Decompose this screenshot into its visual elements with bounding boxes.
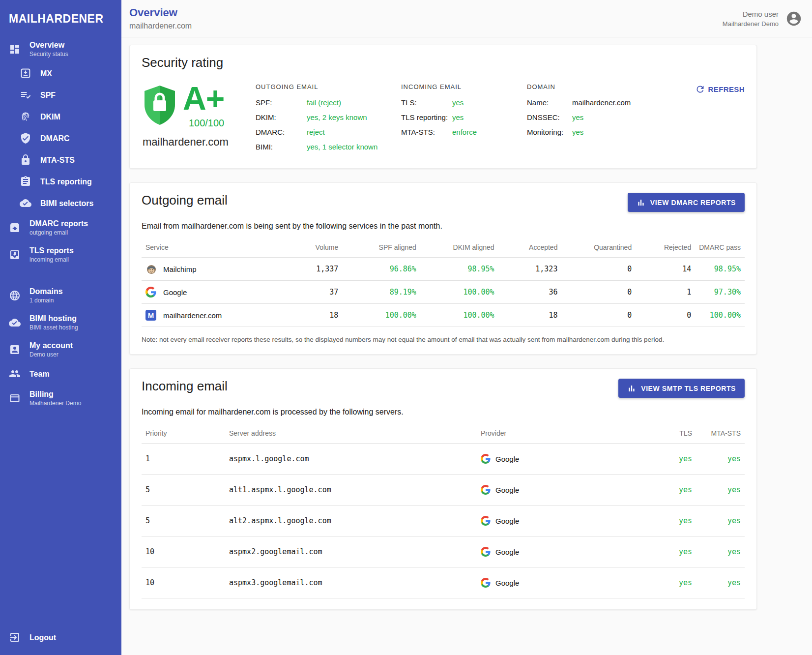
table-row[interactable]: 10 aspmx3.googlemail.com Google yes yes — [142, 567, 745, 598]
table-row[interactable]: 5 alt2.aspmx.l.google.com Google yes yes — [142, 506, 745, 536]
sidebar-item-bimi-hosting[interactable]: BIMI hostingBIMI asset hosting — [0, 309, 121, 336]
page-title: Overview — [129, 6, 192, 19]
user-organization: Mailhardener Demo — [723, 20, 779, 28]
kv-value: mailhardener.com — [572, 98, 631, 107]
refresh-icon — [695, 84, 705, 94]
outgoing-email-card: Outgoing email VIEW DMARC REPORTS Email … — [129, 182, 757, 355]
google-icon — [145, 286, 157, 298]
security-score: 100/100 — [189, 118, 224, 129]
security-rating-card: Security rating A+ 100/100 mailhardener.… — [129, 45, 757, 169]
app-root: MAILHARDENER OverviewSecurity status MX … — [0, 0, 812, 655]
view-smtp-tls-reports-button[interactable]: VIEW SMTP TLS REPORTS — [618, 379, 745, 398]
globe-icon — [9, 290, 21, 301]
sidebar-item-bimi-selectors[interactable]: BIMI selectors — [0, 192, 121, 214]
kv-label: SPF: — [256, 98, 307, 107]
content: Security rating A+ 100/100 mailhardener.… — [121, 37, 812, 618]
incoming-email-table: Priority Server address Provider TLS MTA… — [142, 423, 745, 598]
table-row[interactable]: Google 37 89.19% 100.00% 36 0 1 97.30% — [142, 281, 745, 304]
mailchimp-icon — [145, 263, 157, 275]
table-row[interactable]: 5 alt1.aspmx.l.google.com Google yes yes — [142, 475, 745, 506]
cloud-check-icon — [20, 197, 31, 209]
sidebar-item-overview[interactable]: OverviewSecurity status — [0, 35, 121, 62]
bar-chart-icon — [637, 198, 645, 207]
table-row[interactable]: Mailchimp 1,337 96.86% 98.95% 1,323 0 14… — [142, 258, 745, 281]
logout-button[interactable]: Logout — [0, 626, 121, 648]
incoming-email-card: Incoming email VIEW SMTP TLS REPORTS Inc… — [129, 368, 757, 610]
lock-icon — [20, 154, 31, 166]
refresh-button[interactable]: REFRESH — [695, 83, 745, 95]
outgoing-email-summary: OUTGOING EMAIL SPF:fail (reject) DKIM:ye… — [256, 83, 387, 157]
account-circle-icon[interactable] — [785, 10, 802, 27]
fingerprint-icon — [20, 111, 31, 122]
rated-domain: mailhardener.com — [143, 136, 256, 149]
incoming-email-description: Incoming email for mailhardener.com is p… — [142, 408, 745, 417]
kv-value: fail (reject) — [307, 98, 341, 107]
sidebar-item-team[interactable]: Team — [0, 363, 121, 385]
kv-label: Monitoring: — [527, 128, 572, 136]
incoming-email-heading: INCOMING EMAIL — [401, 83, 513, 90]
table-row[interactable]: 1 aspmx.l.google.com Google yes yes — [142, 444, 745, 475]
table-row[interactable]: 10 aspmx2.googlemail.com Google yes yes — [142, 536, 745, 567]
outgoing-email-note: Note: not every email receiver reports t… — [142, 336, 745, 343]
security-grade: A+ — [183, 83, 224, 114]
sidebar-item-spf[interactable]: SPF — [0, 84, 121, 106]
kv-value: yes, 1 selector known — [307, 143, 377, 151]
sidebar-item-mta-sts[interactable]: MTA-STS — [0, 149, 121, 171]
google-icon — [481, 485, 491, 495]
kv-value: yes — [572, 113, 583, 121]
page-subtitle: mailhardener.com — [129, 22, 192, 30]
shield-check-icon — [20, 132, 31, 144]
billing-card-icon — [9, 392, 21, 404]
kv-value: yes — [572, 128, 583, 136]
move-to-inbox-icon — [9, 249, 21, 261]
kv-value: yes, 2 keys known — [307, 113, 367, 121]
unarchive-icon — [9, 222, 21, 234]
user-area: Demo user Mailhardener Demo — [723, 10, 802, 28]
sidebar-item-dmarc[interactable]: DMARC — [0, 127, 121, 149]
clipboard-icon — [20, 176, 31, 187]
kv-label: DKIM: — [256, 113, 307, 121]
user-name: Demo user — [723, 10, 779, 18]
kv-label: MTA-STS: — [401, 128, 452, 136]
incoming-email-summary: INCOMING EMAIL TLS:yes TLS reporting:yes… — [401, 83, 513, 157]
table-header-row: Priority Server address Provider TLS MTA… — [142, 423, 745, 444]
view-dmarc-reports-button[interactable]: VIEW DMARC REPORTS — [628, 193, 745, 212]
kv-label: TLS: — [401, 98, 452, 107]
outgoing-email-title: Outgoing email — [142, 193, 228, 208]
sidebar-item-billing[interactable]: BillingMailhardener Demo — [0, 385, 121, 412]
kv-value: yes — [452, 98, 464, 107]
sidebar-item-domains[interactable]: Domains1 domain — [0, 282, 121, 309]
account-box-icon — [9, 344, 21, 356]
bar-chart-icon — [627, 384, 636, 393]
kv-value: reject — [307, 128, 325, 136]
incoming-email-title: Incoming email — [142, 379, 228, 394]
sidebar-item-dmarc-reports[interactable]: DMARC reportsoutgoing email — [0, 214, 121, 241]
user-meta: Demo user Mailhardener Demo — [723, 10, 779, 28]
outgoing-email-table: Service Volume SPF aligned DKIM aligned … — [142, 238, 745, 327]
logout-icon — [9, 631, 21, 643]
sidebar-item-tls-reports[interactable]: TLS reportsincoming email — [0, 241, 121, 268]
mailhardener-icon: M — [145, 309, 157, 321]
cloud-check-icon — [9, 317, 21, 328]
sidebar-nav: OverviewSecurity status MX SPF DKIM DMAR… — [0, 35, 121, 412]
domain-summary: DOMAIN Name:mailhardener.com DNSSEC:yes … — [527, 83, 644, 157]
table-header-row: Service Volume SPF aligned DKIM aligned … — [142, 238, 745, 258]
kv-label: BIMI: — [256, 143, 307, 151]
app-logo: MAILHARDENER — [0, 0, 121, 35]
sidebar-item-tls-reporting[interactable]: TLS reporting — [0, 171, 121, 192]
table-row[interactable]: Mmailhardener.com 18 100.00% 100.00% 18 … — [142, 304, 745, 327]
google-icon — [481, 454, 491, 464]
page-head: Overview mailhardener.com — [129, 6, 192, 30]
score-block: A+ 100/100 mailhardener.com — [142, 83, 256, 157]
sidebar-item-mx[interactable]: MX — [0, 62, 121, 84]
shield-lock-icon — [142, 83, 178, 127]
sidebar-item-dkim[interactable]: DKIM — [0, 106, 121, 127]
kv-label: TLS reporting: — [401, 113, 452, 121]
dashboard-icon — [9, 43, 21, 55]
people-icon — [9, 368, 21, 380]
kv-value: yes — [452, 113, 464, 121]
domain-heading: DOMAIN — [527, 83, 644, 90]
sidebar-item-my-account[interactable]: My accountDemo user — [0, 336, 121, 363]
google-icon — [481, 516, 491, 526]
kv-label: DNSSEC: — [527, 113, 572, 121]
